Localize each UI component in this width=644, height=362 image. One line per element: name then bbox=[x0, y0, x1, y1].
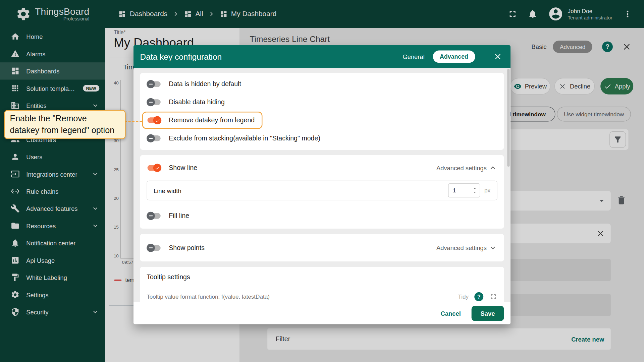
dialog-footer: Cancel Save bbox=[133, 302, 511, 324]
datakey-flags-card: Data is hidden by default Disable data h… bbox=[140, 73, 504, 150]
show-points-row: Show points Advanced settings bbox=[140, 234, 504, 261]
show-line-row: Show line Advanced settings bbox=[140, 155, 504, 181]
show-points-toggle[interactable] bbox=[147, 244, 161, 252]
tooltip-function-row: Tooltip value format function: f(value, … bbox=[147, 292, 497, 301]
disable-hiding-toggle[interactable] bbox=[147, 98, 161, 106]
function-help-icon[interactable]: ? bbox=[474, 292, 483, 301]
stepper-down-icon[interactable] bbox=[472, 190, 478, 194]
tooltip-settings-card: Tooltip settings Tooltip value format fu… bbox=[140, 267, 504, 302]
cancel-button[interactable]: Cancel bbox=[434, 306, 467, 320]
exclude-stacking-toggle[interactable] bbox=[147, 134, 161, 142]
tooltip-settings-title: Tooltip settings bbox=[147, 274, 497, 281]
line-width-unit: px bbox=[484, 187, 490, 194]
tab-general[interactable]: General bbox=[402, 53, 424, 60]
show-line-toggle[interactable] bbox=[147, 164, 161, 172]
line-width-field: Line width 1 px bbox=[147, 181, 497, 200]
toggle-row-exclude-stacking: Exclude from stacking(available in "Stac… bbox=[140, 129, 504, 147]
remove-datakey-toggle[interactable] bbox=[147, 116, 161, 124]
toggle-row-remove-datakey: Remove datakey from legend bbox=[140, 111, 504, 129]
dialog-tabs: General Advanced bbox=[402, 51, 502, 63]
data-key-configuration-dialog: Data key configuration General Advanced … bbox=[133, 45, 511, 324]
thingsboard-app: ThingsBoard Professional Dashboards All … bbox=[0, 0, 644, 362]
fill-line-row: Fill line bbox=[140, 203, 504, 229]
line-width-input[interactable]: 1 bbox=[448, 183, 480, 197]
line-width-stepper[interactable] bbox=[472, 186, 478, 194]
toggle-row-disable-hiding: Disable data hiding bbox=[140, 93, 504, 111]
points-advanced-settings-toggle[interactable]: Advanced settings bbox=[436, 243, 497, 252]
line-advanced-settings-toggle[interactable]: Advanced settings bbox=[436, 163, 497, 172]
dialog-content: Data is hidden by default Disable data h… bbox=[133, 68, 511, 302]
show-line-card: Show line Advanced settings Line width 1 bbox=[140, 155, 504, 229]
modal-scrollbar[interactable] bbox=[507, 69, 509, 167]
toggle-row-data-hidden: Data is hidden by default bbox=[140, 75, 504, 93]
dialog-title: Data key configuration bbox=[140, 52, 222, 61]
dialog-close-icon[interactable] bbox=[493, 52, 502, 61]
tidy-button[interactable]: Tidy bbox=[458, 294, 469, 300]
dialog-header: Data key configuration General Advanced bbox=[133, 45, 511, 68]
expand-editor-icon[interactable] bbox=[489, 293, 497, 301]
data-hidden-toggle[interactable] bbox=[147, 80, 161, 88]
tab-advanced[interactable]: Advanced bbox=[433, 51, 475, 63]
save-button[interactable]: Save bbox=[472, 306, 504, 321]
check-icon bbox=[155, 165, 160, 171]
check-icon bbox=[155, 118, 160, 123]
fill-line-toggle[interactable] bbox=[147, 212, 161, 220]
show-points-card: Show points Advanced settings bbox=[140, 234, 504, 261]
tooltip-function-label: Tooltip value format function: f(value, … bbox=[147, 294, 270, 300]
stepper-up-icon[interactable] bbox=[472, 186, 478, 190]
chevron-up-icon bbox=[488, 163, 497, 172]
chevron-down-icon bbox=[488, 243, 497, 252]
